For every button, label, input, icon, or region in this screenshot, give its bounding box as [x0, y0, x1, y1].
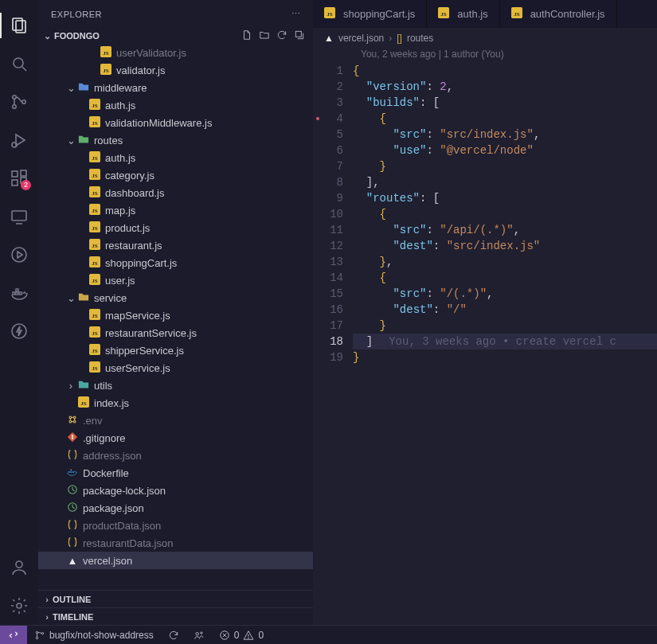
tree-file[interactable]: package-lock.json — [38, 482, 313, 499]
activitybar-remote-icon[interactable] — [0, 197, 38, 236]
code-line[interactable]: "src": "/api/(.*)", — [353, 222, 657, 238]
project-section-header[interactable]: ⌄FOODNGO — [38, 28, 313, 44]
tree-file[interactable]: JSrestaurant.js — [38, 236, 313, 254]
code-line[interactable]: "src": "/(.*)", — [353, 286, 657, 302]
code-line[interactable]: ], — [353, 174, 657, 190]
tree-file[interactable]: JScategory.js — [38, 166, 313, 184]
outline-panel-header[interactable]: ›OUTLINE — [38, 590, 313, 607]
tree-file[interactable]: JSdashboard.js — [38, 184, 313, 201]
tree-file[interactable]: JSuserValidator.js — [38, 44, 313, 61]
git-authors-annotation[interactable]: You, 2 weeks ago | 1 author (You) — [313, 49, 657, 63]
svg-point-59 — [73, 416, 76, 419]
tree-file[interactable]: JSauth.js — [38, 96, 313, 114]
activitybar-testing-icon[interactable] — [0, 236, 38, 274]
statusbar-sync-icon[interactable] — [161, 630, 186, 641]
tree-file[interactable]: JSvalidator.js — [38, 61, 313, 79]
statusbar-live-share-icon[interactable] — [186, 630, 212, 641]
code-editor[interactable]: 12345678910111213141516171819 { "version… — [313, 63, 657, 625]
code-line[interactable]: { — [353, 270, 657, 286]
tree-file[interactable]: Dockerfile — [38, 464, 313, 482]
activitybar-scm-icon[interactable] — [0, 83, 38, 121]
breadcrumb[interactable]: ▲ vercel.json › [] routes — [313, 28, 657, 49]
svg-point-20 — [12, 324, 26, 338]
activitybar-docker-icon[interactable] — [0, 274, 38, 312]
tree-file[interactable]: address.json — [38, 447, 313, 464]
tree-folder[interactable]: ›utils — [38, 377, 313, 394]
activitybar-settings-icon[interactable] — [0, 587, 38, 625]
tree-item-label: .gitignore — [83, 432, 125, 444]
chevron-down-icon[interactable]: ⌄ — [65, 135, 76, 146]
tree-item-label: mapService.js — [105, 310, 170, 322]
code-line[interactable]: "src": "src/index.js", — [353, 127, 657, 142]
tree-file[interactable]: ▲vercel.json — [38, 552, 313, 569]
code-line[interactable]: { — [353, 206, 657, 222]
tree-file[interactable]: .env — [38, 412, 313, 429]
tree-file[interactable]: JSuserService.js — [38, 359, 313, 377]
code-line[interactable]: } — [353, 158, 657, 174]
new-folder-icon[interactable] — [259, 29, 270, 42]
editor-tab[interactable]: JSauthController.js — [500, 0, 617, 28]
tree-file[interactable]: JSindex.js — [38, 394, 313, 412]
tree-file[interactable]: JSvalidationMiddleware.js — [38, 114, 313, 131]
tree-file[interactable]: restaurantData.json — [38, 534, 313, 552]
svg-point-14 — [12, 248, 26, 262]
code-line[interactable]: "use": "@vercel/node" — [353, 142, 657, 158]
code-line[interactable]: "version": 2, — [353, 79, 657, 95]
code-line[interactable]: { — [353, 111, 657, 127]
tree-file[interactable]: JSmap.js — [38, 201, 313, 219]
statusbar-branch[interactable]: bugfix/not-show-address — [27, 630, 161, 641]
refresh-icon[interactable] — [276, 29, 287, 42]
chevron-down-icon[interactable]: ⌄ — [65, 292, 76, 304]
tree-file[interactable]: JSshoppingCart.js — [38, 254, 313, 271]
activitybar-search-icon[interactable] — [0, 45, 38, 83]
code-lines[interactable]: { "version": 2, "builds": [ { "src": "sr… — [353, 63, 657, 625]
svg-point-4 — [13, 96, 16, 99]
line-number: 5 — [313, 127, 343, 142]
chevron-down-icon[interactable]: ⌄ — [65, 82, 76, 94]
tree-file[interactable]: .gitignore — [38, 429, 313, 447]
collapse-all-icon[interactable] — [294, 29, 305, 42]
line-number: 2 — [313, 79, 343, 95]
svg-text:JS: JS — [327, 11, 333, 18]
code-line[interactable]: ]You, 3 weeks ago • create vercel c — [353, 334, 657, 349]
tree-folder[interactable]: ⌄routes — [38, 131, 313, 149]
tree-file[interactable]: JSproduct.js — [38, 219, 313, 236]
code-line[interactable]: "dest": "/" — [353, 302, 657, 318]
activitybar-extensions-icon[interactable]: 2 — [0, 159, 38, 197]
tree-file[interactable]: JSauth.js — [38, 149, 313, 166]
tree-item-label: category.js — [105, 170, 154, 181]
svg-point-60 — [69, 420, 72, 423]
code-line[interactable]: { — [353, 63, 657, 79]
activitybar-debug-icon[interactable] — [0, 121, 38, 159]
activitybar-explorer-icon[interactable] — [0, 6, 38, 45]
tree-item-label: .env — [83, 415, 103, 427]
editor-tab[interactable]: JSauth.js — [427, 0, 499, 28]
activitybar-thunder-icon[interactable] — [0, 312, 38, 350]
tree-file[interactable]: productData.json — [38, 517, 313, 534]
new-file-icon[interactable] — [241, 29, 252, 42]
error-count: 0 — [234, 630, 240, 641]
tree-file[interactable]: package.json — [38, 499, 313, 517]
code-line[interactable]: "dest": "src/index.js" — [353, 238, 657, 254]
statusbar-problems[interactable]: 0 0 — [212, 630, 271, 641]
tree-file[interactable]: JSshipperService.js — [38, 342, 313, 359]
statusbar-remote-button[interactable] — [0, 626, 27, 644]
file-tree[interactable]: JSuserValidator.jsJSvalidator.js⌄middlew… — [38, 44, 313, 590]
activitybar-account-icon[interactable] — [0, 548, 38, 587]
tree-folder[interactable]: ⌄middleware — [38, 79, 313, 96]
code-line[interactable]: } — [353, 349, 657, 365]
code-line[interactable]: }, — [353, 254, 657, 270]
editor-tab[interactable]: JSshoppingCart.js — [313, 0, 427, 28]
tree-file[interactable]: JSmapService.js — [38, 306, 313, 324]
code-line[interactable]: "builds": [ — [353, 95, 657, 111]
sidebar-more-icon[interactable]: ⋯ — [291, 9, 301, 19]
code-line[interactable]: } — [353, 318, 657, 334]
tree-folder[interactable]: ⌄service — [38, 289, 313, 306]
timeline-panel-header[interactable]: ›TIMELINE — [38, 607, 313, 625]
svg-rect-12 — [21, 170, 26, 176]
tree-file[interactable]: JSrestaurantService.js — [38, 324, 313, 342]
editor-tabs: JSshoppingCart.jsJSauth.jsJSauthControll… — [313, 0, 657, 28]
chevron-right-icon[interactable]: › — [65, 380, 76, 392]
code-line[interactable]: "routes": [ — [353, 190, 657, 206]
tree-file[interactable]: JSuser.js — [38, 271, 313, 289]
